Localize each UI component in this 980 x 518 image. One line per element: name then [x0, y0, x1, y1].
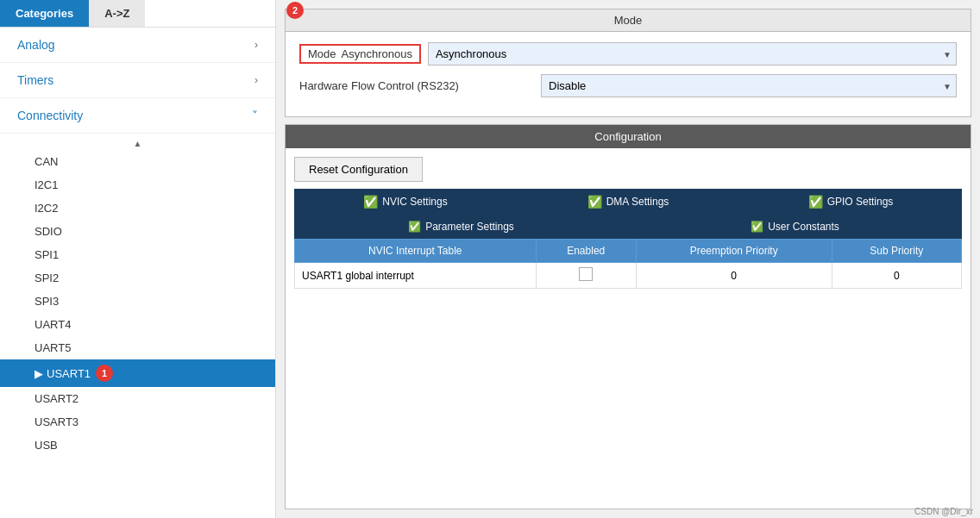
tab-user-constants[interactable]: ✅ User Constants: [628, 215, 962, 239]
config-title: Configuration: [286, 125, 971, 148]
mode-value: Asynchronous: [342, 47, 412, 60]
nvic-table: NVIC Interrupt Table Enabled Preemption …: [294, 239, 962, 289]
mode-label: Mode: [308, 47, 336, 60]
connectivity-chevron-icon: ˅: [252, 109, 258, 122]
table-row: USART1 global interrupt 0 0: [295, 263, 962, 289]
sidebar-item-i2c2[interactable]: I2C2: [0, 197, 275, 220]
user-check-icon: ✅: [751, 221, 763, 233]
col-interrupt-table: NVIC Interrupt Table: [295, 240, 537, 263]
sidebar-item-usb[interactable]: USB: [0, 434, 275, 457]
sidebar-item-spi1[interactable]: SPI1: [0, 243, 275, 266]
watermark: CSDN @Dir_xr: [914, 507, 973, 516]
interrupt-name: USART1 global interrupt: [295, 263, 537, 289]
sidebar-item-usart1[interactable]: ▶ USART1 1: [0, 359, 275, 387]
dma-settings-label: DMA Settings: [606, 196, 669, 208]
sub-priority-cell: 0: [832, 263, 962, 289]
connectivity-section: Connectivity ˅ ▲ CAN I2C1 I2C2 SDIO SPI1…: [0, 98, 275, 460]
config-tabs-row2: ✅ Parameter Settings ✅ User Constants: [294, 215, 962, 239]
selected-arrow-icon: ▶: [35, 367, 43, 380]
nvic-settings-label: NVIC Settings: [382, 196, 447, 208]
sidebar-item-timers[interactable]: Timers ›: [0, 63, 275, 98]
sidebar-item-usart3[interactable]: USART3: [0, 410, 275, 434]
mode-section: Mode Mode Asynchronous Asynchronous ▼: [285, 9, 971, 117]
hw-flow-row: Hardware Flow Control (RS232) Disable ▼: [299, 74, 957, 97]
mode-select[interactable]: Asynchronous: [428, 42, 957, 66]
analog-chevron-icon: ›: [254, 39, 258, 51]
hw-flow-dropdown-wrapper: Disable ▼: [541, 74, 957, 97]
scroll-up-icon: ▲: [0, 137, 275, 150]
dma-check-icon: ✅: [587, 195, 602, 209]
mode-highlight-box: Mode Asynchronous: [299, 44, 421, 64]
col-enabled: Enabled: [536, 240, 636, 263]
sidebar-item-uart4[interactable]: UART4: [0, 313, 275, 336]
config-section: Configuration Reset Configuration ✅ NVIC…: [285, 124, 971, 509]
connectivity-label: Connectivity: [17, 109, 83, 122]
tab-nvic-settings[interactable]: ✅ NVIC Settings: [294, 189, 517, 215]
right-panel: 2 Mode Mode Asynchronous Asynchronous ▼: [276, 0, 980, 518]
parameter-settings-label: Parameter Settings: [425, 221, 514, 233]
col-preemption-priority: Preemption Priority: [636, 240, 832, 263]
mode-row: Mode Asynchronous Asynchronous ▼: [299, 42, 957, 66]
usart1-label: USART1: [47, 367, 91, 380]
gpio-settings-label: GPIO Settings: [827, 196, 894, 208]
config-tabs-row1: ✅ NVIC Settings ✅ DMA Settings ✅ GPIO Se…: [294, 189, 962, 215]
preemption-cell: 0: [636, 263, 832, 289]
sidebar-item-analog[interactable]: Analog ›: [0, 28, 275, 63]
nvic-check-icon: ✅: [363, 195, 378, 209]
sidebar-item-uart5[interactable]: UART5: [0, 336, 275, 359]
gpio-check-icon: ✅: [808, 195, 823, 209]
timers-label: Timers: [17, 73, 53, 87]
sidebar-item-i2c1[interactable]: I2C1: [0, 173, 275, 197]
mode-title: Mode: [286, 9, 971, 32]
sidebar-header: Categories A->Z: [0, 0, 275, 28]
tab-az[interactable]: A->Z: [89, 0, 145, 27]
step-badge: 1: [96, 365, 113, 382]
mode-body: Mode Asynchronous Asynchronous ▼ Hardwar…: [286, 32, 971, 116]
hw-flow-label: Hardware Flow Control (RS232): [299, 79, 541, 92]
enabled-checkbox[interactable]: [579, 267, 593, 281]
sidebar-content: Analog › Timers › Connectivity ˅ ▲ CAN I…: [0, 28, 275, 518]
sidebar-item-spi3[interactable]: SPI3: [0, 290, 275, 313]
mode-badge: 2: [286, 2, 304, 19]
col-sub-priority: Sub Priority: [832, 240, 962, 263]
sidebar-item-can[interactable]: CAN: [0, 150, 275, 173]
reset-configuration-button[interactable]: Reset Configuration: [294, 157, 423, 182]
enabled-cell: [536, 263, 636, 289]
sidebar-item-usart2[interactable]: USART2: [0, 387, 275, 410]
sidebar-item-connectivity[interactable]: Connectivity ˅: [0, 98, 275, 134]
user-constants-label: User Constants: [768, 221, 839, 233]
tab-categories[interactable]: Categories: [0, 0, 89, 27]
hw-flow-select[interactable]: Disable: [541, 74, 957, 97]
tab-parameter-settings[interactable]: ✅ Parameter Settings: [294, 215, 628, 239]
config-body: Reset Configuration ✅ NVIC Settings ✅ DM…: [286, 148, 971, 509]
sidebar-item-sdio[interactable]: SDIO: [0, 220, 275, 243]
sidebar-item-spi2[interactable]: SPI2: [0, 266, 275, 290]
mode-dropdown-wrapper: Asynchronous ▼: [428, 42, 957, 66]
param-check-icon: ✅: [408, 221, 421, 233]
tab-gpio-settings[interactable]: ✅ GPIO Settings: [739, 189, 962, 215]
sidebar: Categories A->Z Analog › Timers › Connec…: [0, 0, 276, 518]
timers-chevron-icon: ›: [254, 74, 258, 86]
tab-dma-settings[interactable]: ✅ DMA Settings: [517, 189, 739, 215]
analog-label: Analog: [17, 38, 55, 52]
connectivity-children: ▲ CAN I2C1 I2C2 SDIO SPI1 SPI2 SPI3 UART…: [0, 134, 275, 460]
